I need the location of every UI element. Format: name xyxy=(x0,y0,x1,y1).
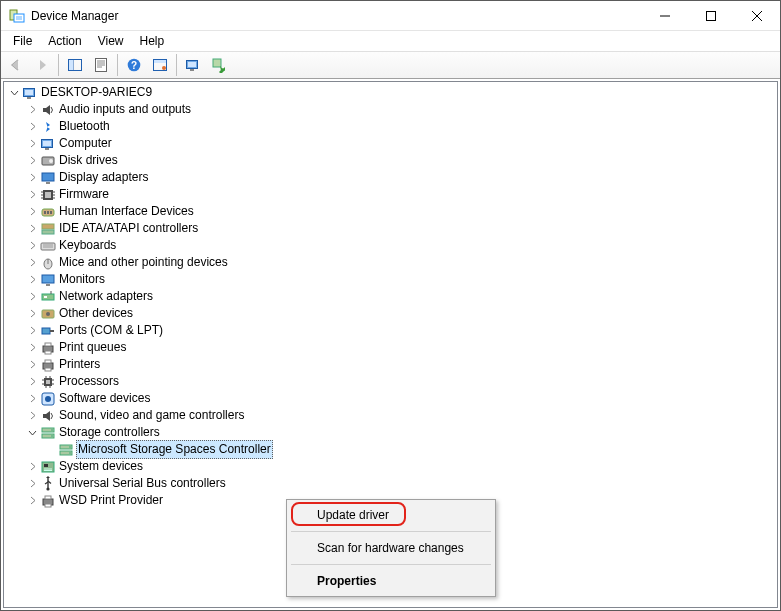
menu-view[interactable]: View xyxy=(90,32,132,50)
maximize-button[interactable] xyxy=(688,1,734,31)
expand-icon[interactable] xyxy=(26,240,38,252)
svg-rect-60 xyxy=(42,328,50,334)
toolbar-separator xyxy=(176,54,177,76)
collapse-icon[interactable] xyxy=(8,87,20,99)
properties-button[interactable] xyxy=(89,53,113,77)
help-button[interactable]: ? xyxy=(122,53,146,77)
tree-category[interactable]: Keyboards xyxy=(4,237,777,254)
expand-icon[interactable] xyxy=(26,495,38,507)
expand-icon[interactable] xyxy=(26,172,38,184)
tree-category[interactable]: Human Interface Devices xyxy=(4,203,777,220)
tree-category[interactable]: Ports (COM & LPT) xyxy=(4,322,777,339)
close-button[interactable] xyxy=(734,1,780,31)
tree-category-label: IDE ATA/ATAPI controllers xyxy=(59,220,198,237)
display-icon xyxy=(40,170,56,186)
monitor-icon xyxy=(40,272,56,288)
menu-file[interactable]: File xyxy=(5,32,40,50)
tree-category-label: Universal Serial Bus controllers xyxy=(59,475,226,492)
tree-category-label: Monitors xyxy=(59,271,105,288)
tree-category[interactable]: Storage controllers xyxy=(4,424,777,441)
svg-point-82 xyxy=(51,435,53,437)
tree-category[interactable]: Software devices xyxy=(4,390,777,407)
menu-help[interactable]: Help xyxy=(132,32,173,50)
tree-category[interactable]: Mice and other pointing devices xyxy=(4,254,777,271)
svg-rect-25 xyxy=(25,90,33,95)
minimize-button[interactable] xyxy=(642,1,688,31)
tree-category[interactable]: Sound, video and game controllers xyxy=(4,407,777,424)
scan-hardware-button[interactable] xyxy=(181,53,205,77)
svg-rect-46 xyxy=(42,224,54,229)
svg-rect-47 xyxy=(42,230,54,234)
expand-icon[interactable] xyxy=(26,257,38,269)
show-hide-tree-button[interactable] xyxy=(63,53,87,77)
tree-category[interactable]: Universal Serial Bus controllers xyxy=(4,475,777,492)
update-driver-button[interactable] xyxy=(207,53,231,77)
expand-icon[interactable] xyxy=(26,155,38,167)
expand-icon[interactable] xyxy=(26,206,38,218)
expand-icon[interactable] xyxy=(26,325,38,337)
expand-icon[interactable] xyxy=(26,359,38,371)
expand-icon[interactable] xyxy=(26,342,38,354)
tree-category-label: System devices xyxy=(59,458,143,475)
expand-icon[interactable] xyxy=(26,410,38,422)
svg-point-59 xyxy=(46,312,50,316)
ide-icon xyxy=(40,221,56,237)
tree-category-label: Computer xyxy=(59,135,112,152)
back-button[interactable] xyxy=(4,53,28,77)
expander-none xyxy=(44,444,56,456)
tree-category[interactable]: Display adapters xyxy=(4,169,777,186)
svg-rect-66 xyxy=(45,368,51,371)
app-icon xyxy=(9,8,25,24)
svg-rect-26 xyxy=(27,97,31,99)
expand-icon[interactable] xyxy=(26,223,38,235)
tree-category[interactable]: Audio inputs and outputs xyxy=(4,101,777,118)
tree-root[interactable]: DESKTOP-9ARIEC9 xyxy=(4,84,777,101)
tree-category-label: Ports (COM & LPT) xyxy=(59,322,163,339)
tree-category[interactable]: Processors xyxy=(4,373,777,390)
svg-point-86 xyxy=(69,452,71,454)
tree-category[interactable]: Firmware xyxy=(4,186,777,203)
mouse-icon xyxy=(40,255,56,271)
window-controls xyxy=(642,1,780,31)
tree-category[interactable]: System devices xyxy=(4,458,777,475)
expand-icon[interactable] xyxy=(26,189,38,201)
tree-category[interactable]: Other devices xyxy=(4,305,777,322)
svg-point-91 xyxy=(46,487,49,490)
expand-icon[interactable] xyxy=(26,376,38,388)
expand-icon[interactable] xyxy=(26,478,38,490)
svg-rect-62 xyxy=(45,343,51,346)
svg-rect-63 xyxy=(45,351,51,354)
hid-icon xyxy=(40,204,56,220)
svg-rect-65 xyxy=(45,360,51,363)
menu-action[interactable]: Action xyxy=(40,32,89,50)
tree-category[interactable]: IDE ATA/ATAPI controllers xyxy=(4,220,777,237)
svg-rect-55 xyxy=(42,294,54,300)
tree-category[interactable]: Printers xyxy=(4,356,777,373)
tree-category[interactable]: Disk drives xyxy=(4,152,777,169)
tree-category[interactable]: Bluetooth xyxy=(4,118,777,135)
tree-category[interactable]: Network adapters xyxy=(4,288,777,305)
action-button[interactable] xyxy=(148,53,172,77)
tree-category[interactable]: Print queues xyxy=(4,339,777,356)
storage-icon xyxy=(58,442,74,458)
ctx-properties[interactable]: Properties xyxy=(289,568,493,594)
expand-icon[interactable] xyxy=(26,291,38,303)
printq-icon xyxy=(40,340,56,356)
svg-rect-93 xyxy=(45,496,51,499)
expand-icon[interactable] xyxy=(26,138,38,150)
tree-category[interactable]: Computer xyxy=(4,135,777,152)
forward-button[interactable] xyxy=(30,53,54,77)
expand-icon[interactable] xyxy=(26,461,38,473)
expand-icon[interactable] xyxy=(26,274,38,286)
expand-icon[interactable] xyxy=(26,393,38,405)
svg-point-81 xyxy=(51,429,53,431)
expand-icon[interactable] xyxy=(26,121,38,133)
ctx-scan-hardware[interactable]: Scan for hardware changes xyxy=(289,535,493,561)
tree-category[interactable]: Monitors xyxy=(4,271,777,288)
ctx-update-driver[interactable]: Update driver xyxy=(289,502,493,528)
tree-device[interactable]: Microsoft Storage Spaces Controller xyxy=(4,441,777,458)
expand-icon[interactable] xyxy=(26,104,38,116)
collapse-icon[interactable] xyxy=(26,427,38,439)
svg-rect-28 xyxy=(43,141,51,146)
expand-icon[interactable] xyxy=(26,308,38,320)
